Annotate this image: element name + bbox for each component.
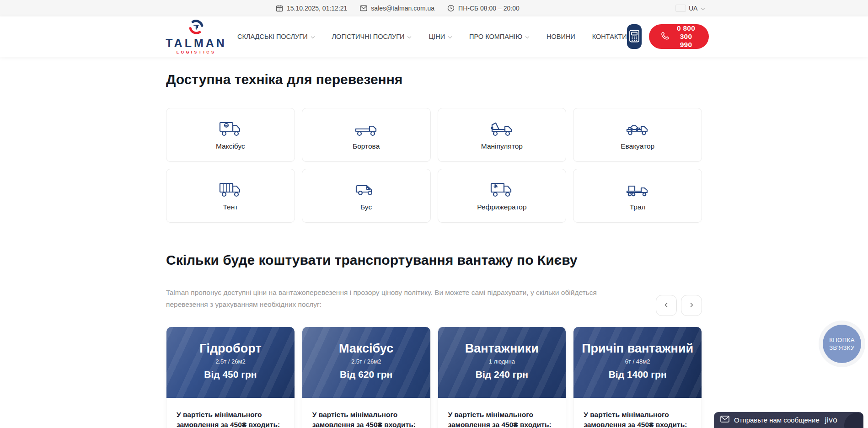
nav-item-about[interactable]: ПРО КОМПАНІЮ (469, 33, 530, 40)
price-card-spec: 1 людина (438, 358, 566, 365)
jivo-logo: jivo (825, 416, 838, 425)
working-hours-value: ПН-СБ 08:00 – 20:00 (458, 5, 520, 12)
vehicle-card-flatbed[interactable]: Бортова (302, 108, 431, 162)
vehicle-card-van[interactable]: Бус (302, 169, 431, 223)
clock-icon (447, 5, 455, 12)
nav-label: КОНТАКТИ (592, 33, 627, 40)
nav-item-contacts[interactable]: КОНТАКТИ (592, 33, 627, 40)
chevron-down-icon (448, 33, 452, 40)
vehicle-card-lowloader[interactable]: Трал (573, 169, 702, 223)
price-card-maxibus[interactable]: Максібус 2.5т / 26м2 Від 620 грн У варті… (302, 327, 431, 428)
language-label: UA (689, 5, 697, 12)
price-card-price: Від 620 грн (302, 369, 430, 380)
email[interactable]: sales@talman.com.ua (360, 5, 434, 12)
main-nav: СКЛАДСЬКІ ПОСЛУГИ ЛОГІСТИЧНІ ПОСЛУГИ ЦІН… (237, 33, 627, 40)
vehicle-card-reefer[interactable]: Рефрижератор (438, 169, 567, 223)
callback-label-line1: КНОПКА (829, 336, 855, 344)
vehicle-card-crane[interactable]: Маніпулятор (438, 108, 567, 162)
calculator-icon (629, 30, 640, 44)
nav-label: ПРО КОМПАНІЮ (469, 33, 522, 40)
pricing-description: Talman пропонує доступні ціни на вантажо… (166, 287, 598, 310)
ukraine-flag-icon (676, 5, 686, 11)
nav-label: СКЛАДСЬКІ ПОСЛУГИ (237, 33, 308, 40)
price-card-note: У вартість мінімального замовлення за 45… (177, 410, 284, 428)
chevron-down-icon (311, 33, 315, 40)
logo[interactable]: TALMAN LOGISTICS (166, 19, 226, 54)
price-card-spec: 6т / 48м2 (573, 358, 702, 365)
topbar-info-group: 15.10.2025, 01:12:21 sales@talman.com.ua (276, 0, 520, 16)
price-card-image: Максібус 2.5т / 26м2 Від 620 грн (302, 327, 430, 398)
datetime: 15.10.2025, 01:12:21 (276, 5, 347, 12)
nav-item-prices[interactable]: ЦІНИ (429, 33, 452, 40)
vehicle-label: Трал (630, 203, 646, 211)
email-value: sales@talman.com.ua (371, 5, 434, 12)
chevron-down-icon (701, 5, 705, 12)
price-card-price: Від 1400 грн (573, 369, 702, 380)
chevron-down-icon (407, 33, 412, 40)
phone-number: 0 800 300 990 (675, 24, 697, 49)
price-card-title: Максібус (302, 342, 430, 355)
price-card-loaders[interactable]: Вантажники 1 людина Від 240 грн У вартіс… (438, 327, 567, 428)
price-card-title: Гідроборт (166, 342, 295, 355)
callback-button[interactable]: КНОПКА ЗВ'ЯЗКУ (819, 321, 865, 367)
van-icon (354, 180, 378, 198)
calendar-icon (276, 5, 283, 12)
nav-item-logistics-services[interactable]: ЛОГІСТИЧНІ ПОСЛУГИ (332, 33, 412, 40)
price-card-image: Гідроборт 2.5т / 26м2 Від 450 грн (166, 327, 295, 398)
lowloader-truck-icon (626, 180, 649, 198)
box-truck-icon (219, 119, 242, 138)
callback-label-line2: ЗВ'ЯЗКУ (829, 344, 855, 352)
price-card-note: У вартість мінімального замовлення за 45… (312, 410, 420, 428)
vehicles-section: Доступна техніка для перевезення Максібу… (166, 71, 702, 223)
tent-truck-icon (219, 180, 242, 198)
price-card-spec: 2.5т / 26м2 (166, 358, 295, 365)
price-card-hydroboard[interactable]: Гідроборт 2.5т / 26м2 Від 450 грн У варт… (166, 327, 295, 428)
chat-message: Отправьте нам сообщение (734, 416, 820, 424)
price-card-spec: 2.5т / 26м2 (302, 358, 430, 365)
price-card-note: У вартість мінімального замовлення за 45… (584, 410, 691, 428)
reefer-truck-icon (490, 180, 514, 198)
envelope-icon (360, 5, 367, 11)
carousel-next-button[interactable] (681, 295, 702, 316)
logo-icon (188, 19, 204, 37)
crane-truck-icon (490, 119, 514, 138)
carousel-prev-button[interactable] (656, 295, 677, 316)
price-card-title: Вантажники (438, 342, 566, 355)
vehicle-label: Тент (223, 203, 238, 211)
vehicle-card-tow[interactable]: Евакуатор (573, 108, 702, 162)
logo-title: TALMAN (166, 37, 227, 49)
vehicle-label: Бус (360, 203, 372, 211)
nav-item-warehouse-services[interactable]: СКЛАДСЬКІ ПОСЛУГИ (237, 33, 315, 40)
price-card-image: Вантажники 1 людина Від 240 грн (438, 327, 566, 398)
envelope-icon (720, 416, 729, 424)
language-selector[interactable]: UA (676, 0, 705, 16)
chevron-right-icon (689, 302, 694, 309)
vehicle-label: Маніпулятор (481, 142, 523, 150)
pricing-title: Скільки буде коштувати транспортування в… (166, 252, 702, 268)
datetime-value: 15.10.2025, 01:12:21 (287, 5, 347, 12)
price-card-price: Від 240 грн (438, 369, 566, 380)
price-card-title: Причіп вантажний (573, 342, 702, 355)
calculator-button[interactable] (627, 24, 642, 49)
carousel-arrows (656, 295, 702, 316)
vehicle-label: Максібус (216, 142, 245, 150)
vehicle-card-maxibus[interactable]: Максібус (166, 108, 295, 162)
chevron-down-icon (525, 33, 530, 40)
nav-label: ЦІНИ (429, 33, 445, 40)
price-card-image: Причіп вантажний 6т / 48м2 Від 1400 грн (573, 327, 702, 398)
phone-button[interactable]: 0 800 300 990 (649, 24, 709, 49)
price-card-note: У вартість мінімального замовлення за 45… (448, 410, 556, 428)
chat-widget-bar[interactable]: Отправьте нам сообщение jivo (714, 412, 863, 428)
vehicle-card-tent[interactable]: Тент (166, 169, 295, 223)
vehicles-title: Доступна техніка для перевезення (166, 71, 702, 88)
flatbed-truck-icon (354, 119, 378, 138)
nav-item-news[interactable]: НОВИНИ (547, 33, 575, 40)
logo-subtitle: LOGISTICS (177, 50, 216, 54)
vehicle-label: Бортова (353, 142, 380, 150)
working-hours: ПН-СБ 08:00 – 20:00 (447, 5, 520, 12)
tow-truck-icon (626, 119, 649, 138)
price-card-cargo-trailer[interactable]: Причіп вантажний 6т / 48м2 Від 1400 грн … (573, 327, 702, 428)
header: TALMAN LOGISTICS СКЛАДСЬКІ ПОСЛУГИ ЛОГІС… (0, 16, 868, 57)
vehicle-label: Евакуатор (621, 142, 654, 150)
nav-label: ЛОГІСТИЧНІ ПОСЛУГИ (332, 33, 405, 40)
